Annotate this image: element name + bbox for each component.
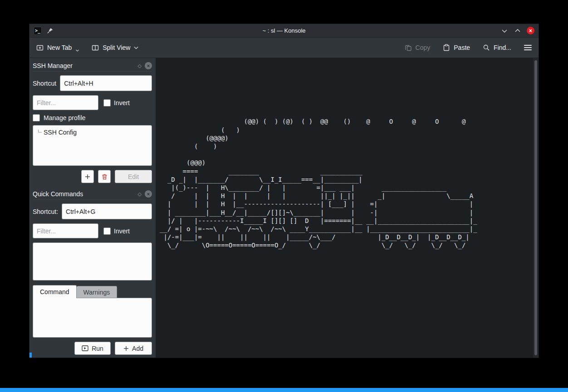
qc-shortcut-input[interactable] [62,203,152,219]
close-panel-button[interactable]: × [145,62,152,69]
split-view-label: Split View [103,44,130,51]
terminal-scrollbar[interactable] [533,58,539,358]
terminal-view[interactable]: (@@) ( ) (@) ( ) @@ () @ O @ O @ ( ) (@@… [156,58,539,358]
manage-profile-checkbox[interactable] [33,114,40,121]
invert-label: Invert [114,227,130,235]
copy-icon [405,44,412,51]
float-panel-icon[interactable]: ◇ [138,63,142,68]
konsole-window: >_ ~ : sl — Konsole [29,24,539,358]
toolbar: New Tab Split View [29,38,539,58]
caret-down-icon [76,49,79,52]
sl-train-ascii-art: (@@) ( ) (@) ( ) @@ () @ O @ O @ ( ) (@@… [156,58,539,250]
trash-icon [102,174,108,180]
ssh-manager-title: SSH Manager [33,62,73,69]
delete-profile-button[interactable] [98,170,111,183]
new-tab-label: New Tab [47,44,72,51]
paste-button[interactable]: Paste [443,44,470,51]
tab-command[interactable]: Command [33,285,77,298]
sidebar: SSH Manager ◇ × Shortcut [29,58,156,358]
shortcut-label: Shortcut [33,80,56,87]
search-icon [483,44,490,51]
qc-command-editor[interactable] [33,298,152,338]
run-label: Run [92,345,103,352]
tab-warnings[interactable]: Warnings [77,286,118,298]
chevron-down-icon [502,29,507,33]
run-icon [82,345,88,351]
close-button[interactable]: × [527,27,534,34]
float-panel-icon[interactable]: ◇ [138,192,142,197]
qc-buttons-row: Run Add [33,342,152,355]
new-tab-icon [36,44,44,51]
find-label: Find... [494,44,511,51]
window-corner-accent [29,353,32,358]
minimize-button[interactable] [500,27,509,35]
qc-filter-row: Invert [33,223,152,238]
close-panel-button[interactable]: × [145,190,152,198]
manage-profile-label: Manage profile [44,114,86,121]
find-button[interactable]: Find... [483,44,511,51]
ssh-filter-row: Invert [33,95,152,110]
qc-command-list[interactable] [33,242,152,281]
copy-label: Copy [416,44,431,51]
hamburger-icon [524,45,532,46]
ssh-manager-header: SSH Manager ◇ × [33,60,152,72]
new-tab-button[interactable]: New Tab [36,44,79,52]
quick-commands-title: Quick Commands [33,190,83,198]
split-view-icon [92,44,99,51]
desktop-panel-edge [0,388,568,392]
quick-commands-panel: Quick Commands ◇ × Shortcut: [33,189,152,355]
maximize-button[interactable] [514,27,522,35]
split-view-button[interactable]: Split View [92,44,138,51]
scrollbar-thumb[interactable] [534,60,537,355]
chevron-down-icon [134,46,138,49]
desktop: >_ ~ : sl — Konsole [0,0,568,392]
main-area: SSH Manager ◇ × Shortcut [29,58,539,358]
plus-icon [85,174,90,179]
ssh-shortcut-row: Shortcut [33,75,152,91]
invert-label: Invert [114,99,130,106]
tree-item-label: SSH Config [44,129,77,136]
quick-commands-header: Quick Commands ◇ × [33,189,152,200]
add-label: Add [132,345,143,352]
qc-shortcut-row: Shortcut: [33,203,152,219]
manage-profile-row: Manage profile [33,114,152,121]
paste-icon [443,44,450,51]
titlebar[interactable]: >_ ~ : sl — Konsole [29,24,539,38]
ssh-profile-list[interactable]: SSH Config [33,125,152,166]
add-command-button[interactable]: Add [115,342,152,355]
window-title: ~ : sl — Konsole [29,27,539,34]
ssh-manager-panel: SSH Manager ◇ × Shortcut [33,60,152,183]
hamburger-menu-button[interactable] [524,45,532,50]
run-button[interactable]: Run [74,342,111,355]
pin-icon[interactable] [46,27,54,35]
shortcut-label: Shortcut: [33,208,58,215]
plus-icon [123,346,129,351]
tree-branch-icon [38,130,42,135]
close-icon: × [147,192,150,197]
paste-label: Paste [454,44,470,51]
konsole-app-icon: >_ [34,27,42,35]
qc-filter-input[interactable] [33,223,98,238]
close-icon: × [529,28,532,34]
qc-tabs: Command Warnings [33,285,152,298]
qc-invert-checkbox[interactable] [103,227,111,235]
edit-profile-button[interactable]: Edit [115,170,152,183]
ssh-shortcut-input[interactable] [60,75,152,91]
ssh-filter-input[interactable] [33,95,98,110]
add-profile-button[interactable] [81,170,94,183]
ssh-invert-checkbox[interactable] [103,99,111,106]
copy-button[interactable]: Copy [405,44,431,51]
chevron-up-icon [515,29,520,33]
ssh-buttons-row: Edit [33,170,152,183]
list-item-ssh-config[interactable]: SSH Config [33,126,152,136]
close-icon: × [147,63,150,68]
